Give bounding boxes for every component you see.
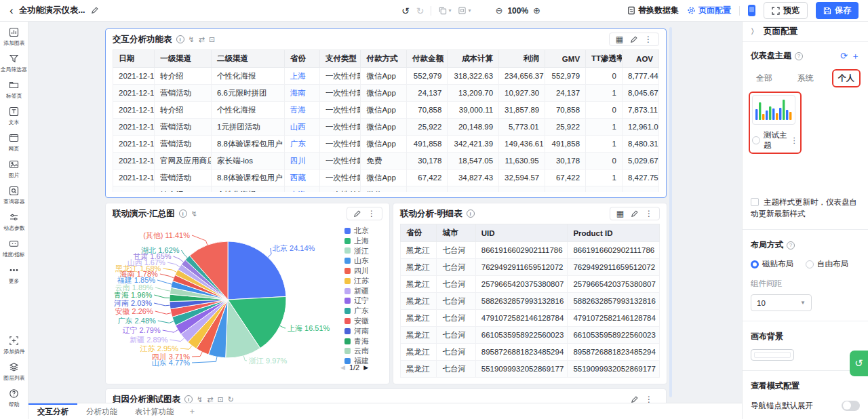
export-icon[interactable]: ⊡ [209,36,215,43]
detail-data-table[interactable]: 省份城市UIDProduct ID黑龙江七台河86619166029021117… [400,224,660,378]
refresh-themes-icon[interactable]: ⟳ [840,52,848,60]
layout-option-free[interactable]: 自由布局 [806,259,848,269]
drill-icon[interactable]: ⇄ [207,396,213,403]
replace-dataset-button[interactable]: 替换数据集 [627,5,679,16]
copy-icon[interactable]: ▾ [438,6,451,15]
chevron-down-icon[interactable]: ▾ [468,7,471,14]
column-header[interactable]: 一级渠道 [155,50,212,68]
table-cell[interactable]: 上海 [284,186,319,193]
legend-item[interactable]: 云南 [344,346,369,357]
table-view-icon[interactable]: ▦ [612,35,627,43]
edit-icon[interactable] [350,210,364,218]
more-icon[interactable]: ⋮ [642,395,656,403]
feedback-float-button[interactable]: ↺ [850,351,868,376]
linkage-icon[interactable]: ↯ [197,396,203,403]
legend-item[interactable]: 山东 [344,256,369,266]
tab-analysis-features[interactable]: 分析功能 [77,403,126,419]
legend-item[interactable]: 广东 [344,306,369,316]
column-header[interactable]: 付款方式 [361,50,407,68]
drill-icon[interactable]: ⇄ [199,36,205,43]
add-theme-icon[interactable]: ＋ [851,52,860,60]
legend-item[interactable]: 辽宁 [344,296,369,306]
table-row[interactable]: 黑龙江七台河4791072582146128784479107258214612… [401,310,660,327]
theme-preview-card[interactable] [752,95,795,125]
export-icon[interactable]: ⊡ [217,396,223,403]
linkage-icon[interactable]: ↯ [191,210,197,218]
sidebar-item-help[interactable]: 帮助 [0,388,28,409]
mobile-layout-icon[interactable] [748,5,755,16]
table-row[interactable]: 2021-12-17营销活动8.8体验课程包用户广东一次性付款微信App491,… [113,136,659,153]
tab-table-calc[interactable]: 表计算功能 [126,403,183,419]
table-row[interactable]: 2021-12-17官网及应用商店家长端-ios四川一次性付款免费30,1781… [113,153,659,169]
page-config-button[interactable]: 页面配置 [687,5,731,16]
column-header[interactable]: 利润 [499,50,545,68]
theme-tab-system[interactable]: 系统 [793,71,818,85]
edit-icon[interactable] [627,210,642,218]
component-spacing-select[interactable]: 10 ▼ [751,294,812,311]
help-icon[interactable]: ? [795,52,803,60]
more-icon[interactable]: ⋮ [364,210,379,218]
edit-icon[interactable] [627,36,641,43]
sidebar-item-text[interactable]: 文本 [0,106,28,127]
column-header[interactable]: 付款金额 [407,50,448,68]
preview-button[interactable]: 预览 [764,2,808,19]
tab-interactive-analysis[interactable]: 交互分析 [28,403,77,419]
table-cell[interactable]: 广东 [284,136,319,153]
info-icon[interactable]: i [179,210,187,218]
column-header[interactable]: UID [475,224,568,242]
column-header[interactable]: Product ID [568,224,660,242]
layout-option-grid[interactable]: 磁贴布局 [751,259,793,269]
legend-item[interactable]: 北京 [344,226,369,236]
table-row[interactable]: 2021-12-17转介绍个性化海报上海一次性付款微信App552,979318… [113,186,659,193]
column-header[interactable]: 城市 [437,224,475,242]
table-view-icon[interactable]: ▦ [613,210,627,218]
legend-item[interactable]: 新疆 [344,286,369,296]
table-row[interactable]: 黑龙江七台河2579665420375380807257966542037538… [401,276,660,293]
more-icon[interactable]: ⋮ [641,35,656,43]
table-row[interactable]: 黑龙江七台河8958726881823485294895872688182348… [401,344,660,361]
redo-icon[interactable]: ↻ [416,6,425,16]
column-header[interactable]: GMV [545,50,585,68]
widget-attribution-chart[interactable]: 归因分析测试图表 i ↯ ⇄ ⊡ ↻ ⋮ [105,388,667,403]
rename-pencil-icon[interactable] [91,6,98,16]
legend-item[interactable]: 江苏 [344,276,369,286]
column-header[interactable]: 二级渠道 [211,50,284,68]
edit-icon[interactable] [627,396,642,403]
sidebar-item-query-box[interactable]: 查询容器 [0,186,28,206]
add-page-tab-button[interactable]: + [183,403,202,419]
legend-item[interactable]: 青海 [344,336,369,346]
toggle-switch[interactable] [842,401,860,411]
sidebar-item-webpage[interactable]: 网页 [0,133,28,153]
sidebar-item-image[interactable]: 图片 [0,159,28,180]
widget-pie-chart[interactable]: 联动演示-汇总图 i ↯ ⋮ (其他) 11.41%湖北 1.62%甘肃 1.6… [105,203,390,384]
legend-next-icon[interactable]: ▶ [363,364,368,371]
sidebar-item-dimension[interactable]: 维度/指标 [0,239,28,259]
dashboard-canvas[interactable]: 交互分析功能表 i ↯ ⇄ ⊡ ▦ ⋮ 日期一级渠道二级渠道省份支付类型付款方式… [28,22,742,403]
widget-interactive-table[interactable]: 交互分析功能表 i ↯ ⇄ ⊡ ▦ ⋮ 日期一级渠道二级渠道省份支付类型付款方式… [105,28,667,198]
column-header[interactable]: TT渗透率 [586,50,623,68]
info-icon[interactable]: i [184,395,193,403]
sidebar-item-bar-chart[interactable]: 添加图表 [0,27,28,47]
table-cell[interactable]: 西藏 [284,169,319,186]
theme-radio[interactable] [752,136,760,144]
legend-item[interactable]: 安徽 [344,316,369,326]
theme-auto-update-option[interactable]: 主题样式更新时，仪表盘自动更新最新样式 [751,197,860,220]
theme-more-icon[interactable]: ⋮ [791,136,799,145]
sidebar-item-add-plugin[interactable]: 添加插件 [0,336,28,356]
group-frame-icon[interactable]: ▾ [458,6,471,15]
interactive-data-table[interactable]: 日期一级渠道二级渠道省份支付类型付款方式付款金额成本计算利润GMVTT渗透率AO… [113,49,659,192]
help-icon[interactable]: ? [787,241,795,250]
column-header[interactable]: 省份 [284,50,319,68]
table-row[interactable]: 黑龙江七台河6610535958922560023661053595892256… [401,327,660,344]
sidebar-item-sliders[interactable]: 动态参数 [0,212,28,233]
linkage-icon[interactable]: ↯ [189,36,195,43]
zoom-out-icon[interactable]: ⊖ [496,5,503,16]
legend-item[interactable]: 上海 [344,236,369,246]
checkbox[interactable] [751,198,759,206]
canvas-scrollbar[interactable] [669,27,672,397]
table-row[interactable]: 2021-12-17转介绍个性化海报青海一次性付款微信App70,85839,0… [113,102,659,119]
column-header[interactable]: 支付类型 [320,50,361,68]
table-cell[interactable]: 山西 [284,119,319,136]
collapse-panel-icon[interactable]: 〉 [751,26,758,37]
legend-item[interactable]: 浙江 [344,246,369,256]
